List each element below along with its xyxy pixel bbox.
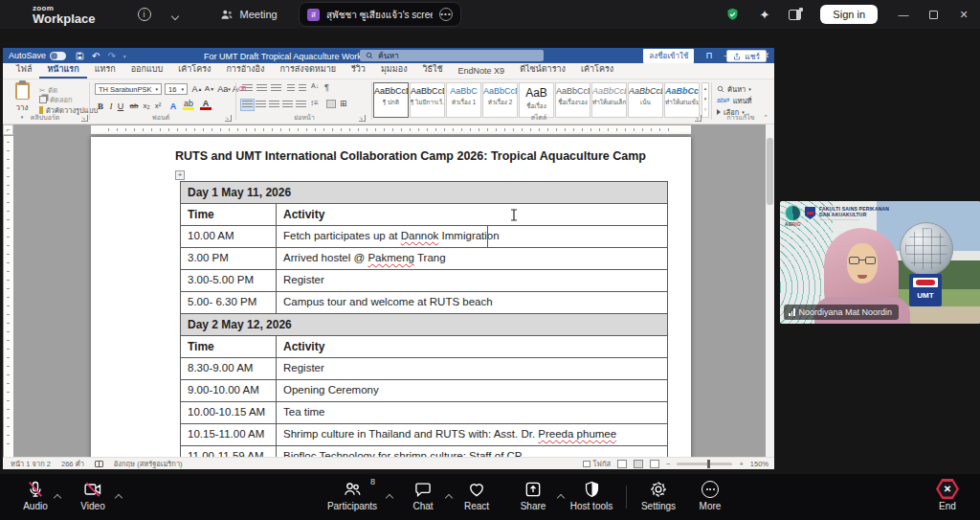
- style-card[interactable]: AaBbCcD¶ ปกติ: [373, 82, 409, 118]
- sign-in-button[interactable]: Sign in: [820, 5, 878, 24]
- ribbon-tab[interactable]: EndNote X9: [451, 64, 513, 79]
- font-dialog-launcher[interactable]: ↘: [225, 115, 232, 122]
- increase-indent-button[interactable]: [298, 83, 310, 94]
- activity-cell[interactable]: Biofloc Technology for shrimp culture: S…: [277, 446, 667, 457]
- table-row[interactable]: 5.00- 6.30 PMCampus tour and welcome at …: [181, 292, 667, 314]
- participants-button[interactable]: 8 Participants: [314, 479, 390, 511]
- time-cell[interactable]: 3.00 PM: [181, 248, 277, 269]
- tab-meeting[interactable]: Meeting: [220, 9, 278, 20]
- print-layout-icon[interactable]: [634, 460, 643, 468]
- grow-font-button[interactable]: A▲: [191, 82, 203, 95]
- ribbon-tab[interactable]: เค้าโครง: [573, 60, 621, 79]
- end-button[interactable]: ✕ End: [909, 479, 980, 511]
- word-count[interactable]: 266 คำ: [61, 458, 84, 469]
- zoom-slider[interactable]: [677, 463, 732, 465]
- paragraph-dialog-launcher[interactable]: ↘: [359, 115, 366, 122]
- activity-cell[interactable]: Fetch participates up at Dannok Immigrat…: [277, 226, 667, 247]
- autosave-toggle[interactable]: AutoSave: [9, 51, 66, 60]
- page-indicator[interactable]: หน้า 1 จาก 2: [11, 458, 51, 469]
- info-icon[interactable]: i: [138, 8, 151, 21]
- ribbon-tab[interactable]: การส่งจดหมาย: [272, 60, 344, 79]
- line-spacing-button[interactable]: ↕≡: [310, 99, 323, 109]
- highlight-button[interactable]: ab: [183, 100, 194, 110]
- text-effects-button[interactable]: A: [167, 100, 179, 112]
- clipboard-dialog-launcher[interactable]: ↘: [81, 115, 88, 122]
- activity-cell[interactable]: Tea time: [277, 402, 667, 423]
- style-card[interactable]: AaBbCcD¶ ไม่มีการเว้...: [410, 82, 445, 118]
- table-row[interactable]: 3.00 PMArrived hostel @ Pakmeng Trang: [181, 248, 667, 270]
- shading-button[interactable]: [326, 100, 336, 108]
- dropdown-chevron-icon[interactable]: [172, 6, 178, 23]
- ribbon-tab[interactable]: การอ้างอิง: [218, 60, 272, 79]
- font-size-combo[interactable]: 16▾: [165, 83, 188, 95]
- activity-column-header[interactable]: Activity: [277, 336, 667, 357]
- time-cell[interactable]: 10.00 AM: [181, 226, 277, 247]
- time-column-header[interactable]: Time: [181, 204, 277, 225]
- participant-video-tile[interactable]: UMT AIERIG FAKULTI SAINS PERIKANAN DAN A…: [780, 201, 980, 324]
- table-row[interactable]: 10.00-10.15 AMTea time: [181, 402, 667, 424]
- style-card[interactable]: AaBbCcDทำให้เด่นเข้ม...: [664, 82, 700, 118]
- table-row[interactable]: 11.00-11.59 AMBiofloc Technology for shr…: [181, 446, 667, 457]
- ribbon-tab[interactable]: มุมมอง: [373, 60, 415, 79]
- table-row[interactable]: 10.00 AMFetch participates up at Dannok …: [181, 226, 667, 248]
- zoom-in-button[interactable]: +: [739, 460, 743, 468]
- maximize-icon[interactable]: [929, 11, 938, 19]
- table-row[interactable]: 9.00-10.00 AMOpening Ceremony: [181, 380, 667, 402]
- time-cell[interactable]: 9.00-10.00 AM: [181, 380, 277, 401]
- style-card[interactable]: AaBbCcDทำให้เด่นเล็ก...: [591, 82, 627, 118]
- align-center-button[interactable]: [255, 100, 267, 110]
- table-header-row[interactable]: TimeActivity: [181, 204, 667, 226]
- ribbon-tab[interactable]: ออกแบบ: [123, 60, 171, 79]
- table-row[interactable]: 3.00-5.00 PMRegister: [181, 270, 667, 292]
- tab-shared-screen[interactable]: ส สุพัชชา ซูเสียงแจ้ว's screen •••: [299, 2, 461, 27]
- activity-cell[interactable]: Shrimp culture in Thailand and RUTS with…: [277, 424, 667, 445]
- numbered-list-button[interactable]: [256, 83, 268, 94]
- zoom-percentage[interactable]: 150%: [750, 460, 768, 468]
- superscript-button[interactable]: x²: [152, 100, 164, 112]
- style-card[interactable]: AaBbCหัวเรื่อง 1: [446, 82, 481, 118]
- multilevel-list-button[interactable]: [270, 83, 282, 94]
- activity-cell[interactable]: Opening Ceremony: [277, 380, 667, 401]
- bullet-list-button[interactable]: [241, 83, 254, 94]
- align-left-button[interactable]: [241, 100, 254, 110]
- table-move-handle[interactable]: +: [175, 170, 185, 180]
- activity-cell[interactable]: Register: [277, 270, 667, 291]
- collapse-ribbon-icon[interactable]: ⌃: [763, 114, 768, 122]
- strikethrough-button[interactable]: ab: [128, 100, 140, 112]
- ribbon-tab[interactable]: ไฟล์: [9, 60, 39, 79]
- time-cell[interactable]: 10.00-10.15 AM: [181, 402, 277, 423]
- pilcrow-button[interactable]: ¶: [324, 82, 337, 93]
- ai-companion-icon[interactable]: ✦: [759, 8, 769, 22]
- proofing-icon[interactable]: [95, 461, 103, 467]
- host-tools-button[interactable]: Host tools: [553, 479, 630, 511]
- styles-dialog-launcher[interactable]: ↘: [695, 115, 702, 122]
- change-case-button[interactable]: Aa▾: [216, 82, 232, 95]
- table-header-row[interactable]: TimeActivity: [181, 336, 667, 358]
- activity-cell[interactable]: Register: [277, 358, 667, 379]
- find-button[interactable]: ค้นหา▾: [717, 83, 751, 95]
- styles-scroll-buttons[interactable]: ▴▾▿: [702, 82, 709, 118]
- focus-mode-button[interactable]: โฟกัส: [583, 458, 611, 469]
- font-color-button[interactable]: A: [200, 100, 212, 110]
- scrollbar-thumb[interactable]: [767, 138, 773, 205]
- ribbon-tab[interactable]: เค้าโครง: [170, 60, 218, 79]
- document-heading[interactable]: RUTS and UMT International Collaboration…: [175, 149, 625, 163]
- web-layout-icon[interactable]: [650, 460, 659, 468]
- zoom-out-button[interactable]: −: [666, 460, 670, 468]
- ribbon-tab[interactable]: หน้าแรก: [39, 60, 86, 79]
- word-sign-in-button[interactable]: ลงชื่อเข้าใช้: [643, 49, 694, 63]
- time-cell[interactable]: 8.30-9.00 AM: [181, 358, 277, 379]
- tab-stop-selector[interactable]: ⌐: [3, 124, 13, 135]
- close-icon[interactable]: ✕: [957, 9, 970, 21]
- minimize-icon[interactable]: —: [897, 9, 910, 20]
- ribbon-display-options-icon[interactable]: ⊓: [705, 51, 712, 60]
- vertical-scrollbar[interactable]: [766, 124, 774, 457]
- undo-icon[interactable]: ↶: [92, 51, 100, 61]
- activity-column-header[interactable]: Activity: [277, 204, 667, 225]
- activity-cell[interactable]: Arrived hostel @ Pakmeng Trang: [277, 248, 667, 269]
- ribbon-tab[interactable]: วิธีใช้: [415, 60, 451, 79]
- table-row[interactable]: 8.30-9.00 AMRegister: [181, 358, 667, 380]
- security-shield-icon[interactable]: [725, 7, 740, 22]
- table-row[interactable]: 10.15-11.00 AMShrimp culture in Thailand…: [181, 424, 667, 446]
- time-cell[interactable]: 10.15-11.00 AM: [181, 424, 277, 445]
